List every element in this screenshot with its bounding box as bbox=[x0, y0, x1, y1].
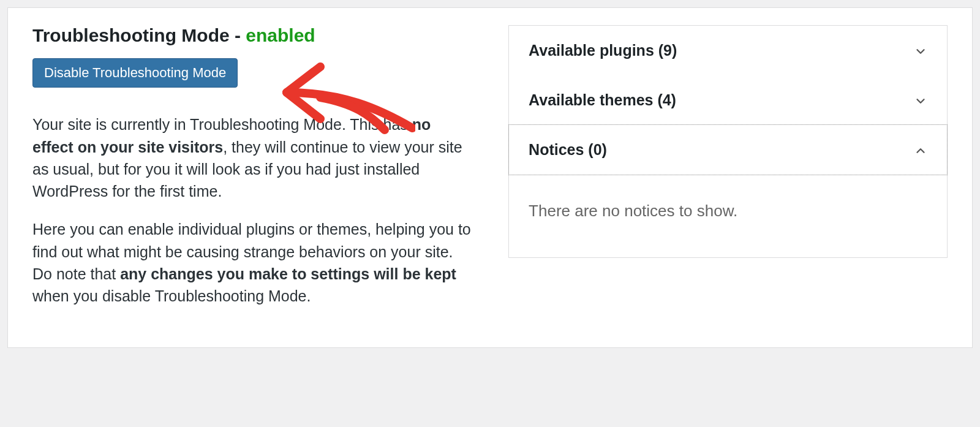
accordion-label-plugins: Available plugins (9) bbox=[529, 42, 677, 59]
accordion-item-themes: Available themes (4) bbox=[509, 75, 947, 125]
accordion-header-plugins[interactable]: Available plugins (9) bbox=[509, 26, 947, 75]
accordion-header-themes[interactable]: Available themes (4) bbox=[509, 75, 947, 125]
disable-troubleshooting-button[interactable]: Disable Troubleshooting Mode bbox=[32, 58, 238, 88]
title-prefix: Troubleshooting Mode bbox=[32, 25, 230, 45]
accordion: Available plugins (9) Available themes (… bbox=[508, 25, 948, 258]
p2-text-c: when you disable Troubleshooting Mode. bbox=[32, 287, 311, 304]
right-column: Available plugins (9) Available themes (… bbox=[508, 25, 948, 323]
accordion-label-themes: Available themes (4) bbox=[529, 91, 676, 109]
p2-text-bold: any changes you make to settings will be… bbox=[120, 265, 456, 282]
status-enabled: enabled bbox=[246, 25, 315, 45]
accordion-item-notices: Notices (0) There are no notices to show… bbox=[509, 124, 947, 257]
description-paragraph-1: Your site is currently in Troubleshootin… bbox=[32, 113, 472, 202]
troubleshooting-panel: Troubleshooting Mode - enabled Disable T… bbox=[7, 7, 973, 348]
accordion-label-notices: Notices (0) bbox=[529, 141, 607, 159]
left-column: Troubleshooting Mode - enabled Disable T… bbox=[32, 25, 472, 323]
button-wrap: Disable Troubleshooting Mode bbox=[32, 58, 472, 88]
notices-empty-text: There are no notices to show. bbox=[529, 202, 737, 220]
chevron-down-icon bbox=[914, 94, 927, 107]
description-paragraph-2: Here you can enable individual plugins o… bbox=[32, 218, 472, 307]
page-title: Troubleshooting Mode - enabled bbox=[32, 25, 472, 46]
title-dash: - bbox=[230, 25, 246, 45]
accordion-item-plugins: Available plugins (9) bbox=[509, 26, 947, 75]
p1-text-a: Your site is currently in Troubleshootin… bbox=[32, 116, 412, 133]
chevron-up-icon bbox=[914, 143, 927, 157]
chevron-down-icon bbox=[914, 44, 927, 58]
accordion-body-notices: There are no notices to show. bbox=[509, 175, 947, 257]
accordion-header-notices[interactable]: Notices (0) bbox=[508, 124, 948, 175]
